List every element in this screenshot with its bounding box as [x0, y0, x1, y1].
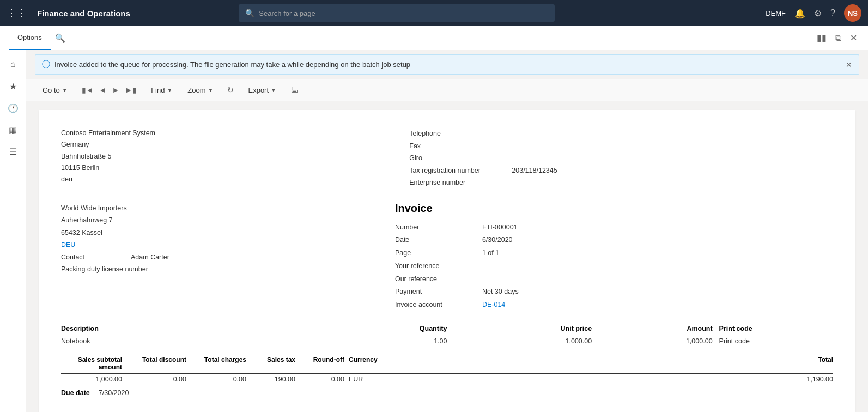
row-unit-price: 1,000.00: [447, 335, 592, 347]
zoom-button[interactable]: Zoom ▼: [184, 84, 216, 96]
page-label: Page: [395, 247, 482, 260]
invoice-header: Contoso Entertainment System Germany Bah…: [61, 128, 833, 189]
search-icon: 🔍: [245, 9, 254, 17]
toolbar-search-icon[interactable]: 🔍: [55, 33, 65, 43]
pin-icon[interactable]: ▮▮: [815, 31, 829, 45]
export-label: Export: [248, 86, 269, 94]
giro-row: Giro: [409, 152, 557, 165]
find-label: Find: [151, 86, 165, 94]
print-icon[interactable]: 🖶: [288, 83, 300, 96]
popout-icon[interactable]: ⧉: [833, 31, 843, 45]
tax-reg-row: Tax registration number 203/118/12345: [409, 165, 557, 177]
tax-reg-value: 203/118/12345: [512, 165, 557, 177]
export-arrow-icon: ▼: [271, 87, 276, 93]
invoice-account-value[interactable]: DE-014: [482, 299, 505, 312]
round-off-value: 0.00: [295, 375, 344, 383]
fax-label: Fax: [409, 140, 507, 153]
due-date-label: Due date: [61, 389, 90, 397]
page-value: 1 of 1: [482, 247, 499, 260]
search-input[interactable]: [259, 9, 548, 17]
payment-row: Payment Net 30 days: [395, 286, 586, 299]
sidebar-item-favorites[interactable]: ★: [3, 76, 23, 96]
total-discount-value: 0.00: [126, 375, 186, 383]
export-button[interactable]: Export ▼: [245, 84, 279, 96]
date-row: Date 6/30/2020: [395, 234, 586, 247]
refresh-icon[interactable]: ↻: [225, 83, 236, 96]
sidebar-item-home[interactable]: ⌂: [3, 54, 23, 74]
col-quantity-header: Quantity: [326, 325, 447, 335]
goto-arrow-icon: ▼: [62, 87, 68, 93]
total-value: 1,190.00: [388, 375, 833, 383]
enterprise-row: Enterprise number: [409, 177, 557, 189]
prev-page-icon[interactable]: ◄: [97, 83, 109, 96]
info-icon: ⓘ: [42, 59, 50, 70]
banner-close-icon[interactable]: ✕: [846, 60, 852, 69]
your-ref-label: Your reference: [395, 260, 482, 273]
main-area: ⌂ ★ 🕐 ▦ ☰ ⓘ Invoice added to the queue f…: [0, 50, 868, 412]
giro-label: Giro: [409, 152, 507, 165]
help-icon[interactable]: ?: [830, 8, 835, 18]
our-ref-row: Our reference: [395, 273, 586, 286]
customer-city: 65432 Kassel: [61, 227, 169, 239]
contact-value: Adam Carter: [131, 251, 169, 264]
customer-country-link[interactable]: DEU: [61, 239, 169, 251]
totals-header-row: Sales subtotal amount Total discount Tot…: [61, 356, 833, 374]
payment-label: Payment: [395, 286, 482, 299]
sidebar-item-workspaces[interactable]: ▦: [3, 120, 23, 140]
settings-icon[interactable]: ⚙: [814, 8, 822, 19]
totals-values-row: 1,000.00 0.00 0.00 190.00 0.00 EUR 1,190…: [61, 374, 833, 385]
avatar[interactable]: NS: [844, 4, 861, 22]
sidebar-item-recent[interactable]: 🕐: [3, 98, 23, 118]
company-name: Contoso Entertainment System: [61, 128, 155, 139]
payment-value: Net 30 days: [482, 286, 519, 299]
number-value: FTI-000001: [482, 221, 518, 234]
col-unit-price-header: Unit price: [447, 325, 592, 335]
company-country: Germany: [61, 139, 155, 150]
grid-menu-icon[interactable]: ⋮⋮: [7, 7, 26, 19]
close-toolbar-icon[interactable]: ✕: [848, 31, 859, 45]
environment-label: DEMF: [766, 9, 786, 17]
banner-message: Invoice added to the queue for processin…: [54, 60, 841, 69]
top-navigation: ⋮⋮ Finance and Operations 🔍 DEMF 🔔 ⚙ ? N…: [0, 0, 868, 26]
round-off-header: Round-off: [295, 356, 344, 371]
sales-tax-value: 190.00: [246, 375, 295, 383]
options-tab[interactable]: Options: [9, 26, 51, 50]
company-street: Bahnhofstraße 5: [61, 151, 155, 162]
next-page-icon[interactable]: ►: [110, 83, 122, 96]
total-header: Total: [388, 356, 833, 371]
zoom-label: Zoom: [187, 86, 205, 94]
app-title: Finance and Operations: [37, 9, 130, 18]
first-page-icon[interactable]: ▮◄: [80, 83, 96, 96]
zoom-arrow-icon: ▼: [208, 87, 214, 93]
goto-button[interactable]: Go to ▼: [39, 84, 71, 96]
notification-icon[interactable]: 🔔: [794, 8, 805, 19]
info-banner: ⓘ Invoice added to the queue for process…: [35, 54, 859, 75]
packing-label: Packing duty license number: [61, 263, 169, 276]
tax-reg-label: Tax registration number: [409, 165, 507, 177]
page-toolbar: Options 🔍 ▮▮ ⧉ ✕: [0, 26, 868, 50]
total-charges-value: 0.00: [186, 375, 246, 383]
row-print-code: Print code: [713, 335, 833, 347]
number-row: Number FTI-000001: [395, 221, 586, 234]
from-company-info: Contoso Entertainment System Germany Bah…: [61, 128, 155, 189]
due-date-value: 7/30/2020: [99, 389, 129, 397]
find-button[interactable]: Find ▼: [148, 84, 175, 96]
global-search[interactable]: 🔍: [239, 4, 555, 22]
row-amount: 1,000.00: [592, 335, 712, 347]
invoice-title: Invoice: [395, 202, 586, 215]
invoice-document: Contoso Entertainment System Germany Bah…: [39, 110, 855, 412]
nav-arrows: ▮◄ ◄ ► ►▮: [80, 83, 139, 96]
invoice-details-block: Invoice Number FTI-000001 Date 6/30/2020…: [395, 202, 586, 312]
page-row: Page 1 of 1: [395, 247, 586, 260]
col-amount-header: Amount: [592, 325, 712, 335]
last-page-icon[interactable]: ►▮: [123, 83, 139, 96]
customer-street: Auherhahnweg 7: [61, 214, 169, 227]
company-lang: deu: [61, 174, 155, 185]
row-quantity: 1.00: [326, 335, 447, 347]
document-view: ⓘ Invoice added to the queue for process…: [26, 50, 868, 412]
customer-name: World Wide Importers: [61, 202, 169, 215]
toolbar-right-actions: ▮▮ ⧉ ✕: [815, 31, 859, 45]
sidebar-item-modules[interactable]: ☰: [3, 142, 23, 161]
col-print-code-header: Print code: [713, 325, 833, 335]
fax-row: Fax: [409, 140, 557, 153]
